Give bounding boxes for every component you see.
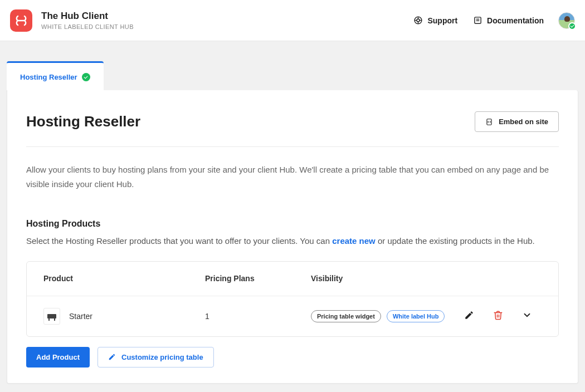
col-product: Product <box>43 274 205 283</box>
products-table: Product Pricing Plans Visibility Starter… <box>26 261 559 337</box>
title-block: The Hub Client WHITE LABELED CLIENT HUB <box>41 11 134 30</box>
main-panel: Hosting Reseller Embed on site Allow you… <box>7 90 578 384</box>
table-row: Starter 1 Pricing table widget White lab… <box>27 296 558 336</box>
support-icon <box>413 16 423 25</box>
pill-white-label: White label Hub <box>387 310 445 322</box>
product-name: Starter <box>69 312 92 321</box>
app-subtitle: WHITE LABELED CLIENT HUB <box>41 23 134 30</box>
svg-point-2 <box>417 19 420 22</box>
product-plans: 1 <box>205 312 311 321</box>
page-title: Hosting Reseller <box>26 113 140 130</box>
create-new-link[interactable]: create new <box>332 236 376 246</box>
visibility-pills: Pricing table widget White label Hub <box>311 310 455 322</box>
customize-pricing-table-button[interactable]: Customize pricing table <box>98 347 214 367</box>
col-visibility: Visibility <box>311 274 455 283</box>
documentation-icon <box>473 16 482 25</box>
pencil-icon <box>108 353 116 361</box>
tab-label: Hosting Reseller <box>20 73 77 81</box>
status-badge-icon <box>568 22 576 30</box>
check-icon <box>82 73 90 81</box>
documentation-link[interactable]: Documentation <box>473 16 544 25</box>
products-section-desc: Select the Hosting Reseller products tha… <box>26 234 559 248</box>
divider <box>26 146 559 147</box>
embed-icon <box>485 118 493 126</box>
table-header: Product Pricing Plans Visibility <box>27 262 558 296</box>
support-link[interactable]: Support <box>413 16 457 25</box>
tab-strip: Hosting Reseller <box>7 61 578 90</box>
embed-button-label: Embed on site <box>499 117 548 126</box>
embed-on-site-button[interactable]: Embed on site <box>475 111 559 132</box>
product-icon <box>43 308 60 325</box>
chevron-down-icon <box>522 310 532 322</box>
customize-button-label: Customize pricing table <box>121 353 203 361</box>
documentation-label: Documentation <box>487 16 544 25</box>
tab-hosting-reseller[interactable]: Hosting Reseller <box>7 61 104 90</box>
app-title: The Hub Client <box>41 11 134 22</box>
expand-button[interactable] <box>513 310 542 322</box>
support-label: Support <box>427 16 457 25</box>
pill-pricing-widget: Pricing table widget <box>311 310 381 322</box>
top-bar: The Hub Client WHITE LABELED CLIENT HUB … <box>0 0 585 41</box>
add-product-button[interactable]: Add Product <box>26 347 90 367</box>
delete-button[interactable] <box>484 310 513 322</box>
edit-button[interactable] <box>455 310 484 322</box>
col-pricing-plans: Pricing Plans <box>205 274 311 283</box>
intro-text: Allow your clients to buy hosting plans … <box>26 163 559 192</box>
app-logo <box>10 9 32 32</box>
trash-icon <box>493 310 503 322</box>
products-section-title: Hosting Products <box>26 219 559 229</box>
user-avatar[interactable] <box>558 12 575 29</box>
pencil-icon <box>464 310 474 322</box>
